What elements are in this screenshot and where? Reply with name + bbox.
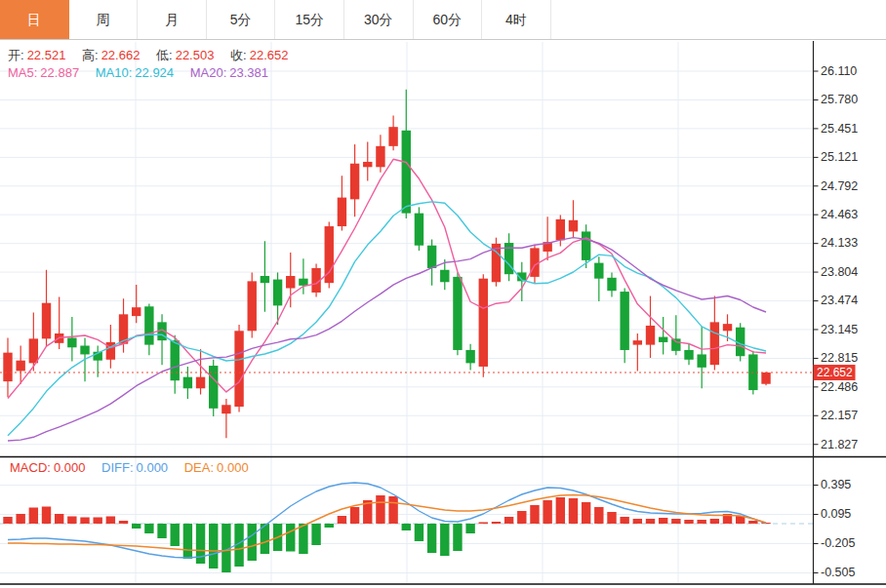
candle-body-up[interactable] xyxy=(234,331,243,407)
macd-bar-negative[interactable] xyxy=(465,524,474,533)
macd-bar-positive[interactable] xyxy=(388,496,397,524)
candle-body-down[interactable] xyxy=(684,350,693,360)
macd-bar-positive[interactable] xyxy=(106,517,115,525)
macd-bar-negative[interactable] xyxy=(415,524,423,541)
macd-bar-negative[interactable] xyxy=(248,524,257,561)
candle-body-up[interactable] xyxy=(286,276,295,289)
macd-bar-negative[interactable] xyxy=(209,524,218,568)
candle-body-down[interactable] xyxy=(261,276,269,283)
candle-body-down[interactable] xyxy=(607,278,616,291)
macd-bar-positive[interactable] xyxy=(338,516,346,524)
macd-bar-positive[interactable] xyxy=(479,523,488,525)
candle-body-up[interactable] xyxy=(222,405,230,413)
macd-bar-negative[interactable] xyxy=(427,524,436,553)
chart-canvas[interactable]: 26.11025.78025.45125.12124.79224.46324.1… xyxy=(0,0,886,588)
tab-30min[interactable]: 30分 xyxy=(344,0,414,39)
macd-bar-positive[interactable] xyxy=(55,514,63,524)
candle-body-up[interactable] xyxy=(376,146,384,167)
candle-body-up[interactable] xyxy=(196,377,205,389)
macd-bar-negative[interactable] xyxy=(171,524,180,546)
candle-body-up[interactable] xyxy=(761,372,770,384)
candle-body-up[interactable] xyxy=(3,353,12,381)
candle-body-up[interactable] xyxy=(42,303,51,339)
macd-bar-negative[interactable] xyxy=(183,524,192,559)
candle-body-down[interactable] xyxy=(453,277,462,350)
candle-body-down[interactable] xyxy=(80,345,89,354)
macd-bar-negative[interactable] xyxy=(311,524,320,545)
macd-bar-positive[interactable] xyxy=(530,505,539,524)
macd-bar-positive[interactable] xyxy=(350,507,359,524)
candle-body-down[interactable] xyxy=(183,377,192,389)
macd-bar-positive[interactable] xyxy=(93,518,101,525)
candle-body-up[interactable] xyxy=(710,322,719,365)
macd-bar-positive[interactable] xyxy=(29,508,38,525)
candle-body-up[interactable] xyxy=(338,198,346,226)
macd-bar-positive[interactable] xyxy=(684,520,693,524)
macd-bar-positive[interactable] xyxy=(697,520,705,524)
macd-bar-positive[interactable] xyxy=(594,507,603,524)
candle-body-down[interactable] xyxy=(67,337,76,347)
candle-body-down[interactable] xyxy=(402,131,411,214)
candle-body-up[interactable] xyxy=(723,324,732,331)
macd-bar-positive[interactable] xyxy=(620,517,628,524)
macd-bar-positive[interactable] xyxy=(710,519,719,524)
tab-60min[interactable]: 60分 xyxy=(414,0,483,39)
macd-bar-positive[interactable] xyxy=(376,495,384,524)
macd-bar-positive[interactable] xyxy=(646,519,655,524)
macd-bar-positive[interactable] xyxy=(80,518,89,525)
macd-bar-negative[interactable] xyxy=(440,524,449,556)
macd-bar-negative[interactable] xyxy=(286,524,295,552)
candle-body-up[interactable] xyxy=(132,307,141,316)
candle-body-up[interactable] xyxy=(633,340,642,344)
candle-body-down[interactable] xyxy=(659,337,667,342)
tab-15min[interactable]: 15分 xyxy=(275,0,344,39)
candle-body-down[interactable] xyxy=(594,263,603,279)
macd-bar-positive[interactable] xyxy=(748,521,757,524)
tab-5min[interactable]: 5分 xyxy=(207,0,276,39)
tab-month[interactable]: 月 xyxy=(138,0,207,39)
candle-body-up[interactable] xyxy=(350,164,359,200)
macd-bar-negative[interactable] xyxy=(402,524,411,530)
candle-body-up[interactable] xyxy=(556,219,565,240)
candle-body-down[interactable] xyxy=(582,231,590,259)
candlestick-series[interactable] xyxy=(3,90,770,438)
macd-bar-positive[interactable] xyxy=(42,507,51,525)
tab-day[interactable]: 日 xyxy=(0,0,69,39)
candle-body-down[interactable] xyxy=(671,338,680,351)
candle-body-up[interactable] xyxy=(646,326,655,345)
candle-body-down[interactable] xyxy=(465,350,474,363)
candle-body-down[interactable] xyxy=(427,246,436,268)
candle-body-down[interactable] xyxy=(620,292,628,350)
candle-body-up[interactable] xyxy=(479,279,488,367)
candle-body-down[interactable] xyxy=(299,279,307,286)
macd-bar-positive[interactable] xyxy=(543,500,551,524)
macd-bar-negative[interactable] xyxy=(144,524,153,533)
candle-body-down[interactable] xyxy=(415,214,423,246)
macd-bar-positive[interactable] xyxy=(119,521,128,524)
macd-bar-negative[interactable] xyxy=(453,524,462,551)
macd-bar-positive[interactable] xyxy=(569,498,578,524)
macd-bar-positive[interactable] xyxy=(671,519,680,524)
candle-body-up[interactable] xyxy=(530,248,539,276)
tab-week[interactable]: 周 xyxy=(69,0,139,39)
candle-body-up[interactable] xyxy=(388,127,397,146)
macd-bar-positive[interactable] xyxy=(633,519,642,524)
macd-bar-negative[interactable] xyxy=(325,524,334,528)
macd-bar-positive[interactable] xyxy=(582,502,590,524)
macd-bar-positive[interactable] xyxy=(659,518,667,524)
macd-bar-positive[interactable] xyxy=(517,511,526,524)
macd-bar-negative[interactable] xyxy=(132,524,141,529)
candle-body-up[interactable] xyxy=(363,162,372,167)
macd-bar-positive[interactable] xyxy=(16,514,24,524)
candle-body-up[interactable] xyxy=(29,338,38,363)
candle-body-down[interactable] xyxy=(273,280,282,306)
macd-bar-positive[interactable] xyxy=(607,512,616,524)
macd-bar-positive[interactable] xyxy=(3,517,12,524)
macd-bar-positive[interactable] xyxy=(492,522,501,524)
candle-body-up[interactable] xyxy=(248,281,257,331)
macd-histogram[interactable] xyxy=(3,495,770,572)
macd-bar-positive[interactable] xyxy=(556,497,565,524)
macd-bar-positive[interactable] xyxy=(67,517,76,525)
macd-bar-negative[interactable] xyxy=(157,524,166,538)
macd-bar-positive[interactable] xyxy=(504,517,513,524)
